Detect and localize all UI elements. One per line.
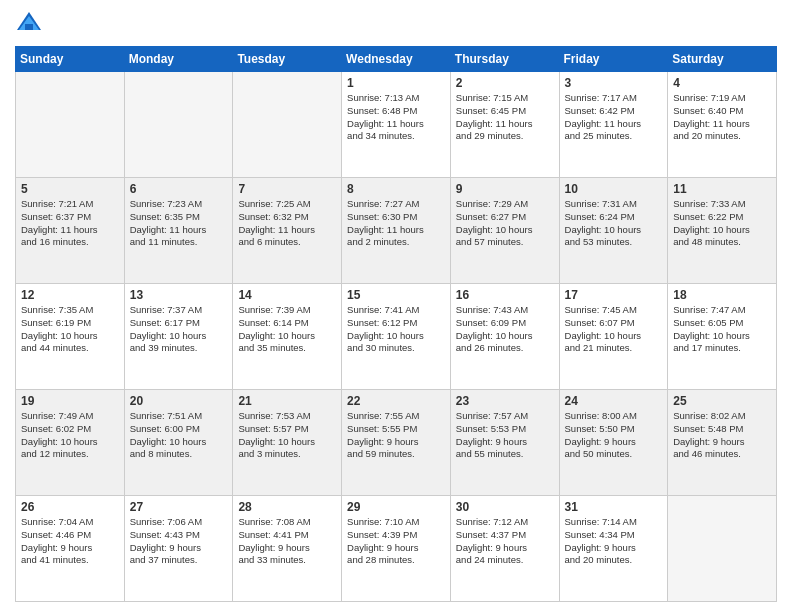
day-info: Sunrise: 7:37 AM Sunset: 6:17 PM Dayligh… xyxy=(130,304,228,355)
day-number: 11 xyxy=(673,182,771,196)
day-info: Sunrise: 7:21 AM Sunset: 6:37 PM Dayligh… xyxy=(21,198,119,249)
calendar-day-cell xyxy=(124,72,233,178)
calendar-day-cell: 25Sunrise: 8:02 AM Sunset: 5:48 PM Dayli… xyxy=(668,390,777,496)
day-info: Sunrise: 7:08 AM Sunset: 4:41 PM Dayligh… xyxy=(238,516,336,567)
day-info: Sunrise: 7:17 AM Sunset: 6:42 PM Dayligh… xyxy=(565,92,663,143)
calendar-week-row: 26Sunrise: 7:04 AM Sunset: 4:46 PM Dayli… xyxy=(16,496,777,602)
calendar-day-cell: 12Sunrise: 7:35 AM Sunset: 6:19 PM Dayli… xyxy=(16,284,125,390)
header xyxy=(15,10,777,38)
day-number: 9 xyxy=(456,182,554,196)
day-number: 1 xyxy=(347,76,445,90)
day-info: Sunrise: 7:39 AM Sunset: 6:14 PM Dayligh… xyxy=(238,304,336,355)
weekday-header-sunday: Sunday xyxy=(16,47,125,72)
day-info: Sunrise: 7:15 AM Sunset: 6:45 PM Dayligh… xyxy=(456,92,554,143)
day-number: 5 xyxy=(21,182,119,196)
day-info: Sunrise: 7:12 AM Sunset: 4:37 PM Dayligh… xyxy=(456,516,554,567)
day-number: 8 xyxy=(347,182,445,196)
calendar-day-cell: 3Sunrise: 7:17 AM Sunset: 6:42 PM Daylig… xyxy=(559,72,668,178)
day-number: 2 xyxy=(456,76,554,90)
calendar-day-cell: 19Sunrise: 7:49 AM Sunset: 6:02 PM Dayli… xyxy=(16,390,125,496)
page: SundayMondayTuesdayWednesdayThursdayFrid… xyxy=(0,0,792,612)
calendar-day-cell: 21Sunrise: 7:53 AM Sunset: 5:57 PM Dayli… xyxy=(233,390,342,496)
day-info: Sunrise: 8:02 AM Sunset: 5:48 PM Dayligh… xyxy=(673,410,771,461)
day-number: 23 xyxy=(456,394,554,408)
day-info: Sunrise: 7:13 AM Sunset: 6:48 PM Dayligh… xyxy=(347,92,445,143)
day-number: 18 xyxy=(673,288,771,302)
day-info: Sunrise: 7:41 AM Sunset: 6:12 PM Dayligh… xyxy=(347,304,445,355)
calendar-day-cell: 28Sunrise: 7:08 AM Sunset: 4:41 PM Dayli… xyxy=(233,496,342,602)
day-info: Sunrise: 7:49 AM Sunset: 6:02 PM Dayligh… xyxy=(21,410,119,461)
calendar-day-cell: 5Sunrise: 7:21 AM Sunset: 6:37 PM Daylig… xyxy=(16,178,125,284)
day-info: Sunrise: 7:19 AM Sunset: 6:40 PM Dayligh… xyxy=(673,92,771,143)
calendar-day-cell: 23Sunrise: 7:57 AM Sunset: 5:53 PM Dayli… xyxy=(450,390,559,496)
day-number: 29 xyxy=(347,500,445,514)
weekday-header-row: SundayMondayTuesdayWednesdayThursdayFrid… xyxy=(16,47,777,72)
calendar-day-cell: 16Sunrise: 7:43 AM Sunset: 6:09 PM Dayli… xyxy=(450,284,559,390)
calendar-day-cell: 24Sunrise: 8:00 AM Sunset: 5:50 PM Dayli… xyxy=(559,390,668,496)
day-number: 21 xyxy=(238,394,336,408)
day-number: 4 xyxy=(673,76,771,90)
day-info: Sunrise: 7:29 AM Sunset: 6:27 PM Dayligh… xyxy=(456,198,554,249)
calendar-day-cell: 2Sunrise: 7:15 AM Sunset: 6:45 PM Daylig… xyxy=(450,72,559,178)
day-number: 14 xyxy=(238,288,336,302)
day-number: 22 xyxy=(347,394,445,408)
day-info: Sunrise: 7:23 AM Sunset: 6:35 PM Dayligh… xyxy=(130,198,228,249)
day-number: 27 xyxy=(130,500,228,514)
day-number: 25 xyxy=(673,394,771,408)
day-number: 3 xyxy=(565,76,663,90)
calendar-day-cell: 26Sunrise: 7:04 AM Sunset: 4:46 PM Dayli… xyxy=(16,496,125,602)
day-info: Sunrise: 7:33 AM Sunset: 6:22 PM Dayligh… xyxy=(673,198,771,249)
day-info: Sunrise: 7:55 AM Sunset: 5:55 PM Dayligh… xyxy=(347,410,445,461)
logo xyxy=(15,10,47,38)
day-info: Sunrise: 7:10 AM Sunset: 4:39 PM Dayligh… xyxy=(347,516,445,567)
calendar-day-cell xyxy=(668,496,777,602)
calendar-day-cell: 6Sunrise: 7:23 AM Sunset: 6:35 PM Daylig… xyxy=(124,178,233,284)
calendar-week-row: 12Sunrise: 7:35 AM Sunset: 6:19 PM Dayli… xyxy=(16,284,777,390)
calendar-day-cell: 10Sunrise: 7:31 AM Sunset: 6:24 PM Dayli… xyxy=(559,178,668,284)
weekday-header-thursday: Thursday xyxy=(450,47,559,72)
day-number: 17 xyxy=(565,288,663,302)
day-number: 19 xyxy=(21,394,119,408)
calendar-day-cell: 9Sunrise: 7:29 AM Sunset: 6:27 PM Daylig… xyxy=(450,178,559,284)
day-info: Sunrise: 7:35 AM Sunset: 6:19 PM Dayligh… xyxy=(21,304,119,355)
weekday-header-friday: Friday xyxy=(559,47,668,72)
day-info: Sunrise: 7:06 AM Sunset: 4:43 PM Dayligh… xyxy=(130,516,228,567)
calendar-day-cell: 7Sunrise: 7:25 AM Sunset: 6:32 PM Daylig… xyxy=(233,178,342,284)
day-info: Sunrise: 7:14 AM Sunset: 4:34 PM Dayligh… xyxy=(565,516,663,567)
calendar-day-cell: 31Sunrise: 7:14 AM Sunset: 4:34 PM Dayli… xyxy=(559,496,668,602)
day-number: 20 xyxy=(130,394,228,408)
weekday-header-saturday: Saturday xyxy=(668,47,777,72)
calendar-day-cell: 27Sunrise: 7:06 AM Sunset: 4:43 PM Dayli… xyxy=(124,496,233,602)
calendar-day-cell: 29Sunrise: 7:10 AM Sunset: 4:39 PM Dayli… xyxy=(342,496,451,602)
day-info: Sunrise: 7:45 AM Sunset: 6:07 PM Dayligh… xyxy=(565,304,663,355)
day-info: Sunrise: 7:31 AM Sunset: 6:24 PM Dayligh… xyxy=(565,198,663,249)
day-info: Sunrise: 7:53 AM Sunset: 5:57 PM Dayligh… xyxy=(238,410,336,461)
day-info: Sunrise: 7:57 AM Sunset: 5:53 PM Dayligh… xyxy=(456,410,554,461)
calendar-day-cell: 20Sunrise: 7:51 AM Sunset: 6:00 PM Dayli… xyxy=(124,390,233,496)
calendar-day-cell xyxy=(16,72,125,178)
calendar-day-cell: 11Sunrise: 7:33 AM Sunset: 6:22 PM Dayli… xyxy=(668,178,777,284)
day-number: 26 xyxy=(21,500,119,514)
day-number: 7 xyxy=(238,182,336,196)
day-number: 16 xyxy=(456,288,554,302)
calendar-day-cell: 14Sunrise: 7:39 AM Sunset: 6:14 PM Dayli… xyxy=(233,284,342,390)
calendar-day-cell: 18Sunrise: 7:47 AM Sunset: 6:05 PM Dayli… xyxy=(668,284,777,390)
calendar-day-cell: 13Sunrise: 7:37 AM Sunset: 6:17 PM Dayli… xyxy=(124,284,233,390)
day-info: Sunrise: 7:43 AM Sunset: 6:09 PM Dayligh… xyxy=(456,304,554,355)
calendar-day-cell: 17Sunrise: 7:45 AM Sunset: 6:07 PM Dayli… xyxy=(559,284,668,390)
day-number: 24 xyxy=(565,394,663,408)
day-number: 28 xyxy=(238,500,336,514)
calendar-table: SundayMondayTuesdayWednesdayThursdayFrid… xyxy=(15,46,777,602)
day-number: 30 xyxy=(456,500,554,514)
day-number: 10 xyxy=(565,182,663,196)
logo-icon xyxy=(15,10,43,38)
day-number: 31 xyxy=(565,500,663,514)
calendar-day-cell: 8Sunrise: 7:27 AM Sunset: 6:30 PM Daylig… xyxy=(342,178,451,284)
day-info: Sunrise: 7:25 AM Sunset: 6:32 PM Dayligh… xyxy=(238,198,336,249)
day-number: 15 xyxy=(347,288,445,302)
calendar-day-cell: 22Sunrise: 7:55 AM Sunset: 5:55 PM Dayli… xyxy=(342,390,451,496)
svg-rect-2 xyxy=(25,24,33,30)
calendar-day-cell: 1Sunrise: 7:13 AM Sunset: 6:48 PM Daylig… xyxy=(342,72,451,178)
calendar-day-cell: 15Sunrise: 7:41 AM Sunset: 6:12 PM Dayli… xyxy=(342,284,451,390)
day-number: 13 xyxy=(130,288,228,302)
